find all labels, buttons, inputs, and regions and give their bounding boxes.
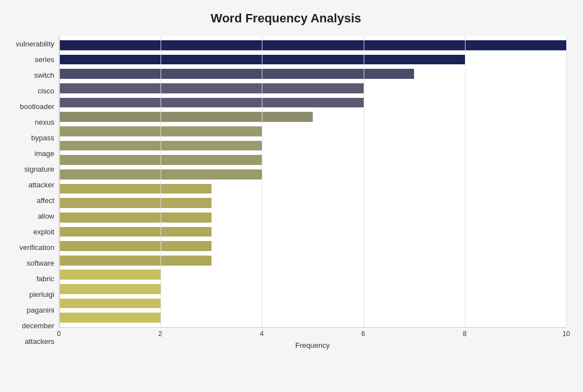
bar (59, 212, 211, 223)
y-label: image (35, 150, 54, 157)
x-tick-label: 8 (459, 330, 471, 338)
grid-line (262, 36, 262, 327)
chart-title: Word Frequency Analysis (6, 11, 566, 26)
bar-row (59, 153, 566, 167)
y-label: series (35, 56, 54, 63)
bar-row (59, 296, 566, 311)
y-label: signature (25, 166, 54, 173)
bar-row (59, 96, 566, 110)
bars-and-x: 0246810 Frequency (59, 36, 566, 350)
y-label: attackers (25, 338, 54, 345)
grid-line (364, 36, 364, 327)
bar-row (59, 182, 566, 196)
bar (59, 184, 211, 194)
y-label: exploit (33, 228, 54, 235)
y-label: bypass (31, 134, 54, 141)
bar-row (59, 239, 566, 253)
y-label: pierluigi (29, 291, 54, 298)
bar (59, 284, 161, 294)
bar (59, 198, 211, 208)
bar-row (59, 81, 566, 96)
y-label: december (22, 322, 54, 329)
y-label: affect (36, 197, 54, 204)
bar (59, 241, 211, 251)
bar (59, 112, 313, 122)
x-axis: 0246810 (59, 328, 566, 339)
x-tick-label: 6 (358, 330, 369, 338)
y-label: nexus (35, 119, 54, 126)
bar (59, 313, 161, 323)
bar-row (59, 110, 566, 124)
y-label: attacker (29, 181, 54, 188)
bar-row (59, 167, 566, 182)
bar-row (59, 253, 566, 268)
x-axis-title: Frequency (59, 341, 566, 350)
grid-line (566, 36, 567, 327)
bar-row (59, 38, 566, 53)
bar (59, 256, 211, 266)
y-label: verification (20, 244, 54, 251)
bars-inner (59, 36, 566, 327)
y-label: cisco (37, 87, 54, 95)
grid-line (465, 36, 466, 327)
y-label: allow (37, 212, 54, 220)
x-tick-label: 4 (256, 330, 267, 338)
y-labels: vulnerabilityseriesswitchciscobootloader… (6, 36, 59, 350)
bar-row (59, 67, 566, 81)
chart-container: Word Frequency Analysis vulnerabilityser… (0, 0, 583, 392)
bar (59, 270, 161, 280)
bar-row (59, 282, 566, 296)
y-label: software (27, 259, 54, 267)
y-label: vulnerability (16, 40, 54, 48)
bar-row (59, 210, 566, 225)
bar-row (59, 196, 566, 210)
bar (59, 40, 566, 50)
bar (59, 227, 211, 237)
grid-line (59, 36, 60, 327)
bar-row (59, 310, 566, 325)
y-label: fabric (36, 275, 54, 282)
bar (59, 98, 364, 108)
x-tick-label: 2 (154, 330, 166, 338)
x-tick-label: 10 (561, 330, 572, 338)
y-label: bootloader (20, 103, 54, 110)
bar-row (59, 225, 566, 239)
bar-row (59, 124, 566, 139)
grid-line (161, 36, 161, 327)
y-label: paganini (27, 306, 54, 314)
chart-area: vulnerabilityseriesswitchciscobootloader… (6, 36, 566, 350)
y-label: switch (34, 72, 54, 79)
bar-row (59, 139, 566, 153)
x-tick-label: 0 (53, 330, 64, 338)
bar-row (59, 268, 566, 282)
bar (59, 83, 364, 93)
bar (59, 299, 161, 309)
bar (59, 69, 414, 79)
bars-wrapper (59, 36, 566, 328)
bar-row (59, 53, 566, 67)
